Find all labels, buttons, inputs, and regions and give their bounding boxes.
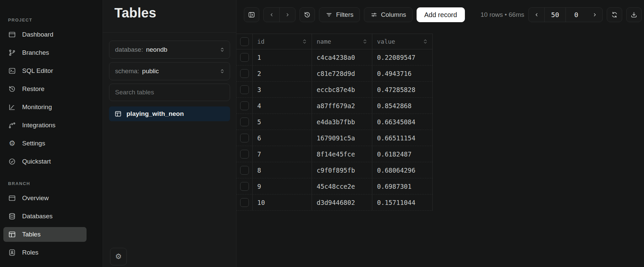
- cell-value[interactable]: 0.66345084: [372, 114, 433, 130]
- sidebar-item-restore[interactable]: Restore: [3, 82, 87, 96]
- cell-name[interactable]: d3d9446802: [312, 194, 372, 210]
- sidebar-item-databases[interactable]: Databases: [3, 209, 87, 224]
- project-section-label: PROJECT: [8, 17, 87, 23]
- cell-value[interactable]: 0.66511154: [372, 130, 433, 146]
- cell-id[interactable]: 4: [253, 98, 312, 114]
- refresh-icon: [611, 11, 618, 18]
- sidebar-item-label: Branches: [22, 49, 49, 56]
- row-checkbox[interactable]: [240, 134, 249, 142]
- select-all-checkbox[interactable]: [240, 37, 249, 46]
- sidebar-item-quickstart[interactable]: Quickstart: [3, 154, 87, 169]
- tables-panel-header: Tables: [103, 0, 236, 33]
- page-next-button[interactable]: [587, 8, 602, 22]
- sidebar-item-sql-editor[interactable]: SQL Editor: [3, 63, 87, 78]
- cell-name[interactable]: c81e728d9d: [312, 65, 372, 81]
- cell-value[interactable]: 0.47285828: [372, 82, 433, 97]
- cell-name[interactable]: c4ca4238a0: [312, 49, 372, 65]
- cell-value[interactable]: 0.68064296: [372, 162, 433, 178]
- filters-button[interactable]: Filters: [319, 7, 360, 22]
- back-button[interactable]: [264, 8, 279, 22]
- panel-settings-button[interactable]: ⚙: [110, 248, 127, 265]
- schema-select-value: public: [142, 68, 159, 75]
- restore-icon: [8, 85, 16, 93]
- records-table: id name value: [236, 34, 433, 211]
- table-editor: Filters Columns Add record 10 rows • 66m…: [236, 0, 644, 267]
- row-checkbox-cell: [236, 82, 253, 97]
- history-icon: [304, 11, 311, 18]
- cell-value[interactable]: 0.4943716: [372, 65, 433, 81]
- row-checkbox[interactable]: [240, 198, 249, 207]
- sidebar-item-roles[interactable]: Roles: [3, 245, 87, 260]
- cell-value[interactable]: 0.6182487: [372, 146, 433, 162]
- cell-value[interactable]: 0.15711044: [372, 194, 433, 210]
- row-checkbox[interactable]: [240, 69, 249, 78]
- database-select-value: neondb: [146, 46, 167, 53]
- row-checkbox[interactable]: [240, 85, 249, 94]
- chevron-left-icon: [534, 12, 540, 18]
- sidebar-item-tables[interactable]: Tables: [3, 227, 87, 242]
- sidebar-item-integrations[interactable]: Integrations: [3, 118, 87, 133]
- table-toolbar: Filters Columns Add record 10 rows • 66m…: [236, 0, 644, 22]
- cell-id[interactable]: 7: [253, 146, 312, 162]
- cell-name[interactable]: c9f0f895fb: [312, 162, 372, 178]
- column-header-id[interactable]: id: [253, 34, 312, 49]
- cell-name[interactable]: a87ff679a2: [312, 98, 372, 114]
- panel-collapse-icon: [248, 11, 255, 18]
- column-header-value[interactable]: value: [372, 34, 433, 49]
- cell-id[interactable]: 2: [253, 65, 312, 81]
- database-select[interactable]: database: neondb: [109, 41, 230, 59]
- cell-name[interactable]: e4da3b7fbb: [312, 114, 372, 130]
- page-prev-button[interactable]: [529, 8, 544, 22]
- cell-name[interactable]: 1679091c5a: [312, 130, 372, 146]
- row-checkbox-cell: [236, 178, 253, 194]
- sort-icon: [302, 38, 307, 45]
- row-checkbox[interactable]: [240, 101, 249, 110]
- row-checkbox[interactable]: [240, 182, 249, 191]
- download-icon: [630, 11, 638, 18]
- row-checkbox-cell: [236, 65, 253, 81]
- filter-icon: [325, 11, 333, 18]
- page-offset-value[interactable]: 0: [566, 8, 587, 22]
- table-list-item-playing-with-neon[interactable]: playing_with_neon: [109, 106, 230, 121]
- row-checkbox[interactable]: [240, 118, 249, 126]
- sql-editor-icon: [8, 67, 16, 75]
- row-checkbox[interactable]: [240, 166, 249, 175]
- add-record-button[interactable]: Add record: [417, 7, 465, 22]
- cell-value[interactable]: 0.8542868: [372, 98, 433, 114]
- table-grid-icon: [114, 110, 122, 118]
- sidebar-item-dashboard[interactable]: Dashboard: [3, 27, 87, 42]
- columns-sliders-icon: [370, 11, 378, 18]
- cell-id[interactable]: 8: [253, 162, 312, 178]
- cell-id[interactable]: 3: [253, 82, 312, 97]
- sidebar-item-settings[interactable]: ⚙ Settings: [3, 136, 87, 151]
- cell-id[interactable]: 9: [253, 178, 312, 194]
- column-header-name[interactable]: name: [312, 34, 372, 49]
- sidebar-item-branches[interactable]: Branches: [3, 45, 87, 60]
- cell-name[interactable]: 45c48cce2e: [312, 178, 372, 194]
- cell-value[interactable]: 0.22089547: [372, 49, 433, 65]
- forward-button[interactable]: [279, 8, 295, 22]
- page-size-value[interactable]: 50: [544, 8, 566, 22]
- cell-id[interactable]: 1: [253, 49, 312, 65]
- row-checkbox-cell: [236, 130, 253, 146]
- cell-value[interactable]: 0.6987301: [372, 178, 433, 194]
- cell-name[interactable]: 8f14e45fce: [312, 146, 372, 162]
- collapse-panel-button[interactable]: [244, 7, 259, 22]
- schema-select[interactable]: schema: public: [109, 62, 230, 80]
- download-button[interactable]: [626, 7, 642, 22]
- history-button[interactable]: [300, 7, 315, 22]
- row-checkbox[interactable]: [240, 150, 249, 159]
- cell-name[interactable]: eccbc87e4b: [312, 82, 372, 97]
- cell-id[interactable]: 6: [253, 130, 312, 146]
- cell-id[interactable]: 10: [253, 194, 312, 210]
- row-checkbox[interactable]: [240, 53, 249, 62]
- sidebar-item-label: Roles: [22, 249, 39, 256]
- columns-button[interactable]: Columns: [364, 7, 413, 22]
- table-row: 8 c9f0f895fb 0.68064296: [236, 162, 433, 178]
- sidebar-item-overview[interactable]: Overview: [3, 191, 87, 206]
- sidebar-item-monitoring[interactable]: Monitoring: [3, 100, 87, 115]
- search-tables-input[interactable]: [109, 84, 230, 101]
- cell-id[interactable]: 5: [253, 114, 312, 130]
- settings-icon: ⚙: [8, 139, 16, 147]
- refresh-button[interactable]: [607, 7, 622, 22]
